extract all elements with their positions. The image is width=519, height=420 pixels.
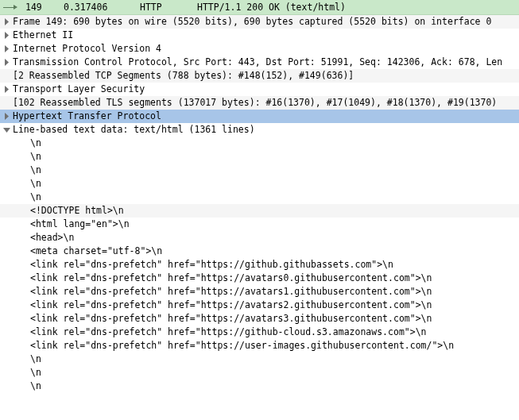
tree-row[interactable]: Frame 149: 690 bytes on wire (5520 bits)… bbox=[0, 15, 519, 29]
chevron-down-icon[interactable] bbox=[0, 126, 13, 133]
packet-list-row[interactable]: 149 0.317406 HTTP HTTP/1.1 200 OK (text/… bbox=[0, 0, 519, 15]
chevron-right-icon[interactable] bbox=[0, 113, 13, 120]
tree-row[interactable]: Ethernet II bbox=[0, 29, 519, 42]
tree-row-label: Ethernet II bbox=[13, 29, 519, 42]
tree-row[interactable]: Transport Layer Security bbox=[0, 83, 519, 96]
tree-row-label: <link rel="dns-prefetch" href="https://a… bbox=[30, 312, 519, 326]
tree-row-label: \n bbox=[30, 366, 519, 380]
tree-row-label: <link rel="dns-prefetch" href="https://u… bbox=[30, 339, 519, 353]
tree-row-label: \n bbox=[30, 164, 519, 177]
tree-row-label: Transport Layer Security bbox=[13, 83, 519, 96]
tree-row[interactable]: <link rel="dns-prefetch" href="https://g… bbox=[0, 258, 519, 272]
tree-row-label: <!DOCTYPE html>\n bbox=[30, 204, 519, 218]
tree-row[interactable]: <link rel="dns-prefetch" href="https://g… bbox=[0, 326, 519, 339]
tree-row[interactable]: \n bbox=[0, 164, 519, 177]
tree-row[interactable]: \n bbox=[0, 366, 519, 380]
tree-row[interactable]: <link rel="dns-prefetch" href="https://a… bbox=[0, 285, 519, 299]
tree-row[interactable]: Line-based text data: text/html (1361 li… bbox=[0, 123, 519, 137]
tree-row[interactable]: <link rel="dns-prefetch" href="https://a… bbox=[0, 312, 519, 326]
tree-row-label: <link rel="dns-prefetch" href="https://g… bbox=[30, 326, 519, 339]
tree-row[interactable]: \n bbox=[0, 353, 519, 366]
tree-row[interactable]: Hypertext Transfer Protocol bbox=[0, 110, 519, 123]
col-frame-number: 149 bbox=[25, 2, 64, 13]
col-info: HTTP/1.1 200 OK (text/html) bbox=[197, 2, 519, 13]
chevron-right-icon[interactable] bbox=[0, 18, 13, 25]
tree-row[interactable]: Transmission Control Protocol, Src Port:… bbox=[0, 56, 519, 69]
chevron-right-icon[interactable] bbox=[0, 32, 13, 39]
tree-row-label: \n bbox=[30, 177, 519, 191]
tree-row-label: <link rel="dns-prefetch" href="https://a… bbox=[30, 299, 519, 312]
tree-row[interactable]: <link rel="dns-prefetch" href="https://u… bbox=[0, 339, 519, 353]
col-protocol: HTTP bbox=[140, 2, 197, 13]
tree-row-label: <link rel="dns-prefetch" href="https://g… bbox=[30, 258, 519, 272]
tree-row[interactable]: \n bbox=[0, 191, 519, 204]
tree-row-label: [102 Reassembled TLS segments (137017 by… bbox=[13, 96, 519, 110]
tree-row-label: \n bbox=[30, 380, 519, 393]
tree-row-label: <html lang="en">\n bbox=[30, 218, 519, 231]
chevron-right-icon[interactable] bbox=[0, 86, 13, 93]
chevron-right-icon[interactable] bbox=[0, 45, 13, 52]
tree-row-label: Frame 149: 690 bytes on wire (5520 bits)… bbox=[13, 15, 519, 29]
tree-row[interactable]: <!DOCTYPE html>\n bbox=[0, 204, 519, 218]
tree-row-label: Transmission Control Protocol, Src Port:… bbox=[13, 56, 519, 69]
tree-row[interactable]: <html lang="en">\n bbox=[0, 218, 519, 231]
tree-row-label: Hypertext Transfer Protocol bbox=[13, 110, 519, 123]
tree-row-label: Line-based text data: text/html (1361 li… bbox=[13, 123, 519, 137]
tree-row-label: <head>\n bbox=[30, 231, 519, 245]
tree-row[interactable]: <link rel="dns-prefetch" href="https://a… bbox=[0, 272, 519, 285]
tree-row[interactable]: \n bbox=[0, 177, 519, 191]
tree-row-label: \n bbox=[30, 150, 519, 164]
tree-row[interactable]: [102 Reassembled TLS segments (137017 by… bbox=[0, 96, 519, 110]
tree-row-label: \n bbox=[30, 353, 519, 366]
tree-row-label: \n bbox=[30, 137, 519, 150]
tree-row[interactable]: \n bbox=[0, 150, 519, 164]
tree-row[interactable]: Internet Protocol Version 4 bbox=[0, 42, 519, 56]
tree-row-label: \n bbox=[30, 191, 519, 204]
tree-row[interactable]: <head>\n bbox=[0, 231, 519, 245]
tree-row[interactable]: <link rel="dns-prefetch" href="https://a… bbox=[0, 299, 519, 312]
tree-row-label: <link rel="dns-prefetch" href="https://a… bbox=[30, 285, 519, 299]
tree-row-label: <link rel="dns-prefetch" href="https://a… bbox=[30, 272, 519, 285]
direction-arrow-icon bbox=[3, 7, 25, 8]
tree-row[interactable]: [2 Reassembled TCP Segments (788 bytes):… bbox=[0, 69, 519, 83]
packet-details-tree[interactable]: Frame 149: 690 bytes on wire (5520 bits)… bbox=[0, 15, 519, 393]
chevron-right-icon[interactable] bbox=[0, 59, 13, 66]
tree-row[interactable]: <meta charset="utf-8">\n bbox=[0, 245, 519, 258]
col-time: 0.317406 bbox=[64, 2, 140, 13]
tree-row-label: [2 Reassembled TCP Segments (788 bytes):… bbox=[13, 69, 519, 83]
tree-row[interactable]: \n bbox=[0, 380, 519, 393]
tree-row-label: <meta charset="utf-8">\n bbox=[30, 245, 519, 258]
tree-row[interactable]: \n bbox=[0, 137, 519, 150]
tree-row-label: Internet Protocol Version 4 bbox=[13, 42, 519, 56]
